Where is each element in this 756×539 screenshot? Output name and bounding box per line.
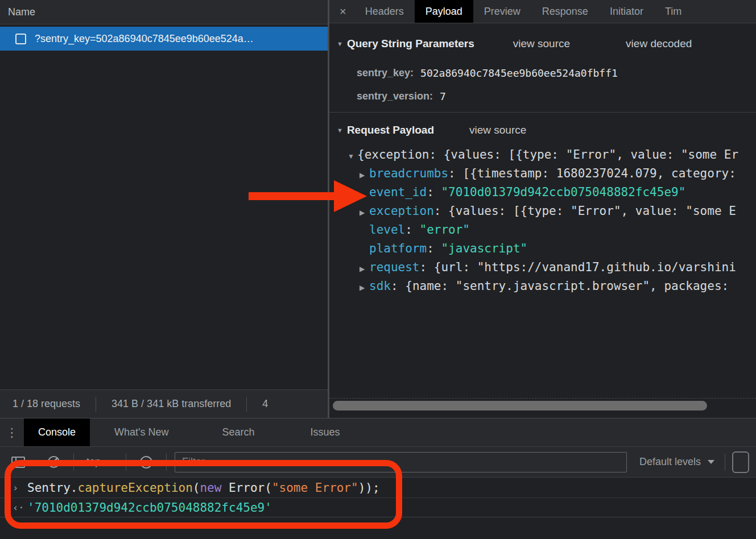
tree-line-event-id[interactable]: event_id: "7010d01379d942ccb075048882fc4… — [329, 183, 756, 202]
console-tab-bar: ⋮ Console What's New Search Issues — [0, 418, 756, 447]
status-divider — [96, 397, 96, 412]
request-detail-panel: × Headers Payload Preview Response Initi… — [329, 0, 756, 418]
param-value: 502a86940c7845ee9b60ee524a0fbff1 — [420, 67, 618, 79]
tab-headers[interactable]: Headers — [354, 0, 415, 23]
param-key: sentry_key: — [357, 67, 414, 79]
query-string-title: Query String Parameters — [347, 38, 474, 50]
view-source-link[interactable]: view source — [513, 38, 570, 50]
tab-issues[interactable]: Issues — [296, 418, 354, 446]
resources-label-truncated: 4 — [262, 398, 268, 410]
network-name-column-header[interactable]: Name — [0, 0, 328, 24]
tree-line-exception[interactable]: ▶exception: {values: [{type: "Error", va… — [329, 202, 756, 221]
chevron-down-icon[interactable]: ▼ — [337, 127, 343, 134]
tab-response[interactable]: Response — [531, 0, 599, 23]
tab-timing-truncated[interactable]: Tim — [654, 0, 692, 23]
requests-count-label: 1 / 18 requests — [13, 398, 80, 410]
request-payload-section-header: ▼ Request Payload view source — [337, 122, 526, 139]
tree-line-level[interactable]: level: "error" — [329, 221, 756, 239]
view-decoded-link[interactable]: view decoded — [626, 38, 692, 50]
tree-line-platform[interactable]: platform: "javascript" — [329, 239, 756, 258]
close-icon[interactable]: × — [332, 0, 354, 23]
expand-arrow-icon[interactable]: ▶ — [360, 260, 369, 279]
kebab-menu-icon[interactable]: ⋮ — [0, 418, 24, 446]
tab-preview[interactable]: Preview — [473, 0, 531, 23]
tab-whats-new[interactable]: What's New — [100, 418, 183, 446]
red-arrow-annotation-head — [334, 180, 367, 212]
param-row-sentry-version: sentry_version: 7 — [357, 87, 446, 105]
view-source-link[interactable]: view source — [469, 124, 526, 136]
tree-line-request[interactable]: ▶request: {url: "https://vanand17.github… — [329, 258, 756, 277]
network-request-row[interactable]: ?sentry_key=502a86940c7845ee9b60ee524a… — [0, 27, 328, 51]
tree-line-sdk[interactable]: ▶sdk: {name: "sentry.javascript.browser"… — [329, 277, 756, 296]
tab-console[interactable]: Console — [24, 418, 90, 446]
chevron-down-icon[interactable]: ▼ — [337, 40, 343, 47]
levels-label: Default levels — [639, 456, 701, 468]
chevron-down-icon — [708, 460, 714, 464]
transferred-label: 341 B / 341 kB transferred — [111, 398, 231, 410]
red-arrow-annotation-shaft — [249, 192, 335, 200]
log-levels-dropdown[interactable]: Default levels — [639, 456, 714, 468]
request-detail-tab-bar: × Headers Payload Preview Response Initi… — [329, 0, 756, 23]
payload-json-tree: ▼{exception: {values: [{type: "Error", v… — [329, 146, 756, 296]
section-divider — [329, 112, 756, 113]
settings-button-partial[interactable] — [732, 451, 749, 473]
toolbar-divider — [725, 454, 725, 471]
tab-payload[interactable]: Payload — [415, 0, 473, 23]
request-payload-title: Request Payload — [347, 124, 434, 136]
tree-line-breadcrumbs[interactable]: ▶breadcrumbs: [{timestamp: 1680237024.07… — [329, 164, 756, 183]
param-key: sentry_version: — [357, 90, 433, 102]
tab-search[interactable]: Search — [208, 418, 269, 446]
query-string-section-header: ▼ Query String Parameters view source vi… — [337, 35, 692, 52]
tab-initiator[interactable]: Initiator — [599, 0, 654, 23]
network-panel: Name ?sentry_key=502a86940c7845ee9b60ee5… — [0, 0, 328, 418]
horizontal-scrollbar[interactable] — [333, 401, 707, 411]
status-divider — [246, 397, 247, 412]
expand-arrow-icon[interactable]: ▶ — [360, 279, 369, 297]
param-value: 7 — [440, 90, 446, 102]
red-box-annotation — [5, 460, 402, 529]
network-status-bar: 1 / 18 requests 341 B / 341 kB transferr… — [0, 389, 328, 418]
expand-arrow-icon[interactable]: ▼ — [348, 147, 357, 166]
request-name-label: ?sentry_key=502a86940c7845ee9b60ee524a… — [35, 33, 254, 45]
name-column-label: Name — [8, 6, 35, 18]
devtools-window: Name ?sentry_key=502a86940c7845ee9b60ee5… — [0, 0, 756, 539]
content-fold-divider — [329, 398, 756, 399]
param-row-sentry-key: sentry_key: 502a86940c7845ee9b60ee524a0f… — [357, 64, 618, 82]
request-checkbox[interactable] — [15, 34, 26, 44]
tree-line-root[interactable]: ▼{exception: {values: [{type: "Error", v… — [329, 146, 756, 164]
